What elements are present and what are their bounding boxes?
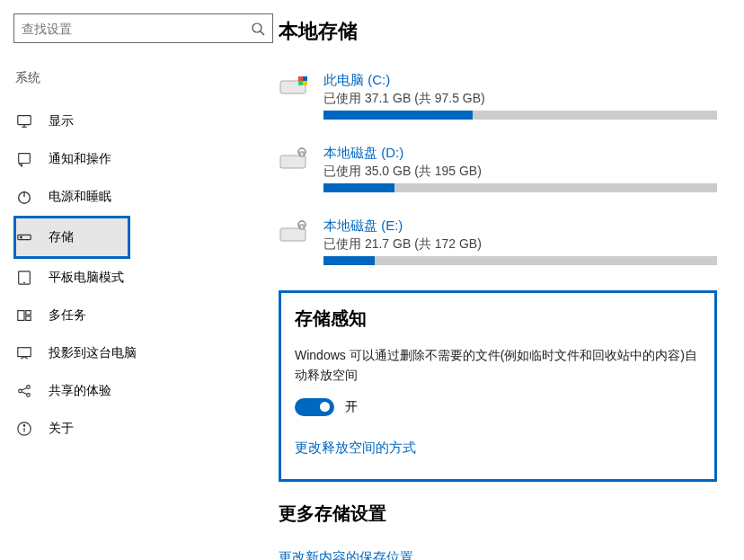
- toggle-knob: [320, 402, 330, 412]
- svg-rect-2: [18, 116, 31, 125]
- drive-name-link[interactable]: 本地磁盘 (E:): [323, 218, 717, 235]
- sidebar-item-multitasking[interactable]: 多任务: [13, 297, 279, 334]
- more-settings-title: 更多存储设置: [279, 502, 717, 526]
- sidebar-item-label: 多任务: [49, 307, 86, 324]
- page-title: 本地存储: [279, 18, 717, 45]
- sidebar-item-label: 通知和操作: [49, 151, 111, 167]
- display-icon: [16, 113, 32, 129]
- sidebar-item-power[interactable]: 电源和睡眠: [13, 178, 279, 216]
- svg-point-0: [252, 23, 261, 32]
- sidebar-item-projecting[interactable]: 投影到这台电脑: [13, 334, 279, 372]
- search-input[interactable]: [22, 22, 251, 36]
- sidebar: 系统 显示 通知和操作 电源和睡眠 存储: [0, 0, 279, 560]
- storage-sense-section: 存储感知 Windows 可以通过删除不需要的文件(例如临时文件和回收站中的内容…: [279, 290, 717, 482]
- notifications-icon: [16, 151, 32, 167]
- sidebar-item-label: 电源和睡眠: [49, 189, 111, 205]
- svg-rect-12: [18, 311, 24, 321]
- change-free-space-link[interactable]: 更改释放空间的方式: [295, 440, 701, 457]
- svg-line-20: [22, 392, 26, 395]
- sidebar-list: 显示 通知和操作 电源和睡眠 存储 平板电脑模式: [13, 102, 279, 448]
- svg-rect-29: [280, 156, 306, 168]
- svg-point-16: [19, 389, 22, 393]
- storage-sense-toggle[interactable]: [295, 398, 334, 416]
- sidebar-item-label: 共享的体验: [49, 383, 111, 399]
- sidebar-item-label: 存储: [49, 229, 74, 245]
- svg-point-18: [27, 394, 31, 397]
- storage-icon: [16, 229, 32, 245]
- sidebar-item-label: 显示: [49, 113, 74, 129]
- drive-row: 本地磁盘 (E:) 已使用 21.7 GB (共 172 GB): [279, 218, 717, 265]
- power-icon: [16, 189, 32, 205]
- toggle-state-label: 开: [345, 399, 358, 415]
- svg-rect-32: [280, 228, 306, 241]
- sidebar-item-label: 关于: [49, 421, 74, 437]
- svg-point-17: [27, 386, 31, 389]
- drive-progress-bar: [323, 111, 717, 120]
- svg-rect-14: [26, 316, 31, 321]
- drive-progress-bar: [323, 256, 717, 265]
- shared-icon: [16, 383, 32, 399]
- svg-rect-34: [300, 225, 304, 229]
- svg-rect-31: [300, 152, 304, 156]
- drive-e-icon: [279, 219, 310, 244]
- svg-rect-15: [18, 348, 31, 357]
- svg-line-1: [261, 31, 264, 35]
- main-content: 本地存储 此电脑 (C:) 已使用 37.1 GB (共 97.5 GB): [279, 0, 744, 560]
- sidebar-item-storage[interactable]: 存储: [13, 216, 130, 259]
- sidebar-item-tablet[interactable]: 平板电脑模式: [13, 259, 279, 297]
- sidebar-section-title: 系统: [15, 70, 279, 86]
- storage-sense-desc: Windows 可以通过删除不需要的文件(例如临时文件和回收站中的内容)自动释放…: [295, 345, 701, 386]
- svg-line-19: [22, 387, 26, 390]
- drive-usage-text: 已使用 21.7 GB (共 172 GB): [323, 236, 717, 253]
- drive-usage-text: 已使用 35.0 GB (共 195 GB): [323, 164, 717, 180]
- svg-rect-13: [26, 311, 31, 316]
- sidebar-item-display[interactable]: 显示: [13, 102, 279, 140]
- drive-c-icon: [279, 74, 310, 99]
- svg-point-23: [23, 425, 24, 426]
- about-icon: [16, 421, 32, 437]
- sidebar-item-label: 投影到这台电脑: [49, 345, 137, 361]
- sidebar-item-label: 平板电脑模式: [49, 270, 124, 286]
- search-icon: [251, 22, 265, 36]
- sidebar-item-notifications[interactable]: 通知和操作: [13, 140, 279, 178]
- svg-point-9: [21, 236, 22, 238]
- drive-usage-text: 已使用 37.1 GB (共 97.5 GB): [323, 91, 717, 107]
- drive-progress-fill: [323, 183, 394, 192]
- drive-name-link[interactable]: 本地磁盘 (D:): [323, 145, 717, 162]
- storage-sense-title: 存储感知: [295, 307, 701, 331]
- svg-rect-27: [303, 81, 307, 85]
- change-save-location-link[interactable]: 更改新内容的保存位置: [279, 549, 717, 560]
- search-box[interactable]: [13, 13, 273, 43]
- drive-progress-bar: [323, 183, 717, 192]
- projecting-icon: [16, 345, 32, 361]
- drive-name-link[interactable]: 此电脑 (C:): [323, 72, 717, 89]
- svg-rect-5: [19, 154, 31, 164]
- multitasking-icon: [16, 307, 32, 324]
- drive-d-icon: [279, 147, 310, 172]
- drive-progress-fill: [323, 256, 375, 265]
- drive-progress-fill: [323, 111, 473, 120]
- sidebar-item-about[interactable]: 关于: [13, 410, 279, 448]
- sidebar-item-shared[interactable]: 共享的体验: [13, 372, 279, 410]
- svg-rect-28: [298, 81, 303, 85]
- svg-rect-26: [298, 76, 303, 81]
- tablet-icon: [16, 270, 32, 286]
- drive-row: 此电脑 (C:) 已使用 37.1 GB (共 97.5 GB): [279, 72, 717, 120]
- drive-row: 本地磁盘 (D:) 已使用 35.0 GB (共 195 GB): [279, 145, 717, 192]
